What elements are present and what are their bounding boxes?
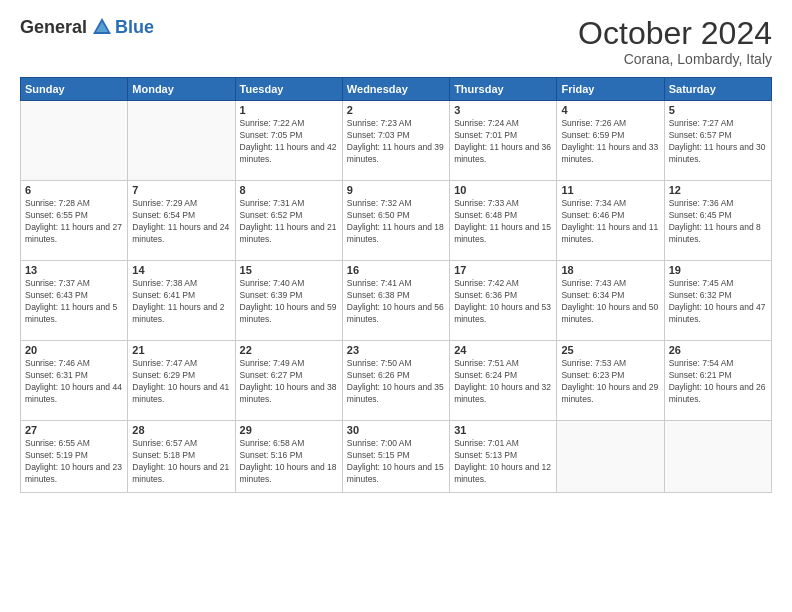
table-row: 4Sunrise: 7:26 AM Sunset: 6:59 PM Daylig… bbox=[557, 101, 664, 181]
day-info: Sunrise: 7:42 AM Sunset: 6:36 PM Dayligh… bbox=[454, 278, 552, 326]
table-row bbox=[664, 421, 771, 493]
logo-text-general: General bbox=[20, 17, 87, 38]
day-number: 14 bbox=[132, 264, 230, 276]
day-info: Sunrise: 7:53 AM Sunset: 6:23 PM Dayligh… bbox=[561, 358, 659, 406]
day-number: 1 bbox=[240, 104, 338, 116]
day-number: 3 bbox=[454, 104, 552, 116]
table-row bbox=[128, 101, 235, 181]
day-number: 17 bbox=[454, 264, 552, 276]
day-number: 16 bbox=[347, 264, 445, 276]
day-number: 6 bbox=[25, 184, 123, 196]
header-sunday: Sunday bbox=[21, 78, 128, 101]
day-info: Sunrise: 7:46 AM Sunset: 6:31 PM Dayligh… bbox=[25, 358, 123, 406]
table-row: 19Sunrise: 7:45 AM Sunset: 6:32 PM Dayli… bbox=[664, 261, 771, 341]
day-number: 12 bbox=[669, 184, 767, 196]
table-row bbox=[21, 101, 128, 181]
day-info: Sunrise: 7:29 AM Sunset: 6:54 PM Dayligh… bbox=[132, 198, 230, 246]
day-info: Sunrise: 7:41 AM Sunset: 6:38 PM Dayligh… bbox=[347, 278, 445, 326]
day-info: Sunrise: 7:32 AM Sunset: 6:50 PM Dayligh… bbox=[347, 198, 445, 246]
day-info: Sunrise: 7:31 AM Sunset: 6:52 PM Dayligh… bbox=[240, 198, 338, 246]
table-row: 12Sunrise: 7:36 AM Sunset: 6:45 PM Dayli… bbox=[664, 181, 771, 261]
table-row: 10Sunrise: 7:33 AM Sunset: 6:48 PM Dayli… bbox=[450, 181, 557, 261]
subtitle: Corana, Lombardy, Italy bbox=[578, 51, 772, 67]
day-number: 30 bbox=[347, 424, 445, 436]
header-friday: Friday bbox=[557, 78, 664, 101]
day-info: Sunrise: 7:36 AM Sunset: 6:45 PM Dayligh… bbox=[669, 198, 767, 246]
day-number: 18 bbox=[561, 264, 659, 276]
table-row: 11Sunrise: 7:34 AM Sunset: 6:46 PM Dayli… bbox=[557, 181, 664, 261]
day-number: 25 bbox=[561, 344, 659, 356]
day-info: Sunrise: 7:54 AM Sunset: 6:21 PM Dayligh… bbox=[669, 358, 767, 406]
table-row: 17Sunrise: 7:42 AM Sunset: 6:36 PM Dayli… bbox=[450, 261, 557, 341]
day-number: 31 bbox=[454, 424, 552, 436]
day-info: Sunrise: 7:27 AM Sunset: 6:57 PM Dayligh… bbox=[669, 118, 767, 166]
day-number: 20 bbox=[25, 344, 123, 356]
table-row: 23Sunrise: 7:50 AM Sunset: 6:26 PM Dayli… bbox=[342, 341, 449, 421]
day-info: Sunrise: 7:22 AM Sunset: 7:05 PM Dayligh… bbox=[240, 118, 338, 166]
day-number: 29 bbox=[240, 424, 338, 436]
day-number: 23 bbox=[347, 344, 445, 356]
day-number: 24 bbox=[454, 344, 552, 356]
day-info: Sunrise: 7:33 AM Sunset: 6:48 PM Dayligh… bbox=[454, 198, 552, 246]
table-row: 25Sunrise: 7:53 AM Sunset: 6:23 PM Dayli… bbox=[557, 341, 664, 421]
day-info: Sunrise: 7:45 AM Sunset: 6:32 PM Dayligh… bbox=[669, 278, 767, 326]
table-row: 27Sunrise: 6:55 AM Sunset: 5:19 PM Dayli… bbox=[21, 421, 128, 493]
header-wednesday: Wednesday bbox=[342, 78, 449, 101]
calendar-table: Sunday Monday Tuesday Wednesday Thursday… bbox=[20, 77, 772, 493]
table-row: 16Sunrise: 7:41 AM Sunset: 6:38 PM Dayli… bbox=[342, 261, 449, 341]
title-area: October 2024 Corana, Lombardy, Italy bbox=[578, 16, 772, 67]
header-thursday: Thursday bbox=[450, 78, 557, 101]
day-info: Sunrise: 7:47 AM Sunset: 6:29 PM Dayligh… bbox=[132, 358, 230, 406]
table-row: 22Sunrise: 7:49 AM Sunset: 6:27 PM Dayli… bbox=[235, 341, 342, 421]
day-number: 21 bbox=[132, 344, 230, 356]
logo: General Blue bbox=[20, 16, 154, 38]
table-row: 5Sunrise: 7:27 AM Sunset: 6:57 PM Daylig… bbox=[664, 101, 771, 181]
day-number: 8 bbox=[240, 184, 338, 196]
table-row: 6Sunrise: 7:28 AM Sunset: 6:55 PM Daylig… bbox=[21, 181, 128, 261]
day-number: 26 bbox=[669, 344, 767, 356]
table-row: 18Sunrise: 7:43 AM Sunset: 6:34 PM Dayli… bbox=[557, 261, 664, 341]
day-number: 13 bbox=[25, 264, 123, 276]
table-row: 21Sunrise: 7:47 AM Sunset: 6:29 PM Dayli… bbox=[128, 341, 235, 421]
day-number: 10 bbox=[454, 184, 552, 196]
day-number: 7 bbox=[132, 184, 230, 196]
logo-area: General Blue bbox=[20, 16, 154, 38]
day-info: Sunrise: 7:34 AM Sunset: 6:46 PM Dayligh… bbox=[561, 198, 659, 246]
table-row: 15Sunrise: 7:40 AM Sunset: 6:39 PM Dayli… bbox=[235, 261, 342, 341]
day-info: Sunrise: 7:01 AM Sunset: 5:13 PM Dayligh… bbox=[454, 438, 552, 486]
day-info: Sunrise: 7:23 AM Sunset: 7:03 PM Dayligh… bbox=[347, 118, 445, 166]
day-info: Sunrise: 7:37 AM Sunset: 6:43 PM Dayligh… bbox=[25, 278, 123, 326]
day-info: Sunrise: 7:38 AM Sunset: 6:41 PM Dayligh… bbox=[132, 278, 230, 326]
table-row: 7Sunrise: 7:29 AM Sunset: 6:54 PM Daylig… bbox=[128, 181, 235, 261]
table-row: 13Sunrise: 7:37 AM Sunset: 6:43 PM Dayli… bbox=[21, 261, 128, 341]
table-row: 20Sunrise: 7:46 AM Sunset: 6:31 PM Dayli… bbox=[21, 341, 128, 421]
logo-text-blue: Blue bbox=[115, 17, 154, 38]
table-row: 2Sunrise: 7:23 AM Sunset: 7:03 PM Daylig… bbox=[342, 101, 449, 181]
header-monday: Monday bbox=[128, 78, 235, 101]
day-number: 9 bbox=[347, 184, 445, 196]
table-row: 28Sunrise: 6:57 AM Sunset: 5:18 PM Dayli… bbox=[128, 421, 235, 493]
day-info: Sunrise: 7:24 AM Sunset: 7:01 PM Dayligh… bbox=[454, 118, 552, 166]
day-number: 5 bbox=[669, 104, 767, 116]
table-row: 24Sunrise: 7:51 AM Sunset: 6:24 PM Dayli… bbox=[450, 341, 557, 421]
table-row: 14Sunrise: 7:38 AM Sunset: 6:41 PM Dayli… bbox=[128, 261, 235, 341]
table-row: 3Sunrise: 7:24 AM Sunset: 7:01 PM Daylig… bbox=[450, 101, 557, 181]
day-info: Sunrise: 7:51 AM Sunset: 6:24 PM Dayligh… bbox=[454, 358, 552, 406]
table-row: 29Sunrise: 6:58 AM Sunset: 5:16 PM Dayli… bbox=[235, 421, 342, 493]
day-number: 15 bbox=[240, 264, 338, 276]
header: General Blue October 2024 Corana, Lombar… bbox=[20, 16, 772, 67]
header-saturday: Saturday bbox=[664, 78, 771, 101]
table-row: 9Sunrise: 7:32 AM Sunset: 6:50 PM Daylig… bbox=[342, 181, 449, 261]
table-row: 8Sunrise: 7:31 AM Sunset: 6:52 PM Daylig… bbox=[235, 181, 342, 261]
logo-icon bbox=[91, 16, 113, 38]
table-row: 1Sunrise: 7:22 AM Sunset: 7:05 PM Daylig… bbox=[235, 101, 342, 181]
day-info: Sunrise: 7:28 AM Sunset: 6:55 PM Dayligh… bbox=[25, 198, 123, 246]
header-tuesday: Tuesday bbox=[235, 78, 342, 101]
day-number: 11 bbox=[561, 184, 659, 196]
day-info: Sunrise: 6:57 AM Sunset: 5:18 PM Dayligh… bbox=[132, 438, 230, 486]
table-row: 31Sunrise: 7:01 AM Sunset: 5:13 PM Dayli… bbox=[450, 421, 557, 493]
day-number: 27 bbox=[25, 424, 123, 436]
days-header-row: Sunday Monday Tuesday Wednesday Thursday… bbox=[21, 78, 772, 101]
day-info: Sunrise: 6:58 AM Sunset: 5:16 PM Dayligh… bbox=[240, 438, 338, 486]
day-number: 19 bbox=[669, 264, 767, 276]
